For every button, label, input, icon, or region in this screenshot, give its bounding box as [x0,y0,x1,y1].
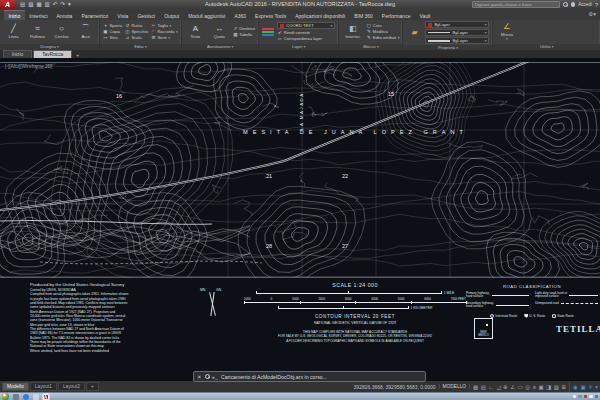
status-extra-icon[interactable]: ✛ [588,382,593,392]
mirror-button[interactable]: ◫Specchio [125,29,148,34]
quick-access-icon[interactable]: ▾ [68,0,71,9]
quick-access-icon[interactable]: ▤ [20,0,25,9]
copy-button[interactable]: ▣Copia [103,29,122,34]
layout-tab[interactable]: Layout1 [30,382,57,391]
layout-tab[interactable]: Layout2 [58,382,85,391]
search-icon[interactable] [563,2,568,7]
ribbon-tab[interactable]: Annota [52,11,77,20]
model-space-button[interactable]: MODELLO [439,384,470,389]
search-input[interactable] [472,1,560,8]
create-block-button[interactable]: ▢Crea [366,23,399,28]
layout-tab[interactable]: Modello [2,382,29,391]
quick-access-icon[interactable]: ↷ [60,0,65,9]
rotate-button[interactable]: ↺Ruota [125,23,148,28]
stretch-button[interactable]: ↦Stira [103,35,122,40]
trim-button[interactable]: ✂Taglia▾ [151,23,178,28]
move-button[interactable]: +Sposta [103,23,122,28]
taskbar-autocad-icon[interactable]: A [43,394,49,400]
command-line[interactable]: ✕ ▸_ Caricamento di AcModelDocObj.arx in… [193,371,426,382]
ribbon-tab[interactable]: BIM 360 [350,11,378,20]
status-toggle-icon[interactable]: ▣ [538,382,543,392]
status-toggle-icon[interactable]: ◎ [525,382,530,392]
tray-icon[interactable] [595,395,599,399]
status-toggle-icon[interactable]: ▦ [473,382,478,392]
status-extra-icon[interactable]: ◉ [573,382,578,392]
stretch-icon: ↦ [103,35,108,40]
layout-tab[interactable]: + [86,382,99,391]
scale-button[interactable]: ⊿Scala [125,35,148,40]
tray-icon[interactable] [589,395,593,399]
match-properties-button[interactable]: ▰ [406,28,422,38]
layer-properties-icon[interactable] [262,28,274,36]
quick-access-icon[interactable]: ▧ [28,0,33,9]
status-extra-icon[interactable]: ▣ [580,382,585,392]
command-search-icon[interactable] [205,374,210,379]
polyline-button[interactable]: ≈ Polilinea [27,24,48,39]
edit-attributes-button[interactable]: ✎Edita attributi▾ [366,35,399,40]
ribbon-tab[interactable]: Vista [113,11,133,20]
ribbon-tab[interactable]: Applicazioni disponibili [291,11,350,20]
measure-button[interactable]: ∠ Misura▾ [496,22,517,41]
ribbon-tab[interactable]: Vault [415,11,435,20]
taskbar-explorer-icon[interactable] [33,394,39,400]
quick-access-icon[interactable]: ▥ [45,0,50,9]
circle-button[interactable]: ○ Cerchio [51,24,72,39]
quick-access-icon[interactable]: ↶ [53,0,58,9]
layer-dropdown[interactable]: COORD TEXT ▾ [277,22,335,29]
ribbon-tab[interactable]: Express Tools [251,11,291,20]
taskbar-app-icon[interactable] [13,394,19,400]
ribbon-options-gear-icon[interactable]: ⚙▾ [588,11,596,18]
status-toggle-icon[interactable]: ⊕ [503,382,508,392]
quick-access-icon[interactable]: ▦ [36,0,41,9]
ribbon-tab[interactable]: A360 [230,11,251,20]
status-toggle-icon[interactable]: ≡ [533,382,536,392]
taskbar-browser-icon[interactable] [23,394,29,400]
tray-icon[interactable] [578,395,582,399]
ribbon-tab[interactable]: Parametrico [77,11,113,20]
status-extra-icon[interactable]: ▾ [595,382,598,392]
drawing-area[interactable]: [-][Alto][Wireframe 2D] MESITA DE JUANA … [0,58,600,381]
command-line-text[interactable]: Caricamento di AcModelDocObj.arx in cors… [221,374,327,380]
help-icon[interactable]: ? [595,2,598,8]
panel-blocco: ◧ Inserisci ▢Crea ✎Modifica ✎Edita attri… [339,20,403,50]
table-button[interactable]: ▦Tabella [233,32,256,37]
start-button[interactable] [2,393,9,400]
lineweight-dropdown[interactable]: ByLayer▾ [425,37,489,44]
ribbon-tab[interactable]: Inserisci [25,11,52,20]
file-tab-start[interactable]: Inizio [3,50,32,58]
array-button[interactable]: ⊞Serie▾ [151,35,178,40]
application-menu-button[interactable]: A [0,0,15,9]
topo-map-canvas[interactable]: MESITA DE JUANA LOPEZ GRANT LA MAJADA 16… [0,58,600,278]
status-toggle-icon[interactable]: ∟ [488,382,493,392]
status-toggle-icon[interactable]: ⊞ [562,382,567,392]
ribbon-tab[interactable]: Inizio [4,10,25,20]
ribbon-tab[interactable]: Moduli aggiuntivi [184,11,230,20]
insert-block-button[interactable]: ◧ Inserisci [342,24,363,39]
linetype-dropdown[interactable]: ByLayer▾ [425,29,489,36]
fillet-button[interactable]: ◜Raccorda▾ [151,29,178,34]
status-toggle-icon[interactable]: ▤ [481,382,486,392]
tray-shield-icon[interactable] [584,395,588,399]
status-toggle-icon[interactable]: ◿ [496,382,500,392]
ribbon-tab[interactable]: Performance [377,11,415,20]
status-toggle-icon[interactable]: ▭ [518,382,523,392]
color-dropdown[interactable]: ByLayer▾ [425,21,489,28]
file-tab-drawing[interactable]: TavRocca [33,50,72,58]
viewport-controls[interactable]: [-][Alto][Wireframe 2D] [5,64,52,69]
edit-block-button[interactable]: ✎Modifica [366,29,399,34]
make-current-button[interactable]: ✔Rendi corrente [277,30,335,35]
ribbon-tab[interactable]: Output [160,11,184,20]
line-button[interactable]: ╱ Linea [3,24,24,39]
close-icon[interactable]: ✕ [197,374,202,380]
sign-in-button[interactable]: Accedi [578,2,592,7]
status-toggle-icon[interactable]: ▧ [554,382,559,392]
status-toggle-icon[interactable]: ◨ [546,382,551,392]
leader-button[interactable]: ↗Direttrice [233,26,256,31]
status-toggle-icon[interactable]: ∠ [510,382,515,392]
arc-button[interactable]: ⌒ Arco [75,24,96,39]
match-layer-button[interactable]: ▱Corrispondenza layer [277,36,335,41]
text-button[interactable]: A Testo [185,24,206,39]
tray-icon[interactable] [573,395,577,399]
dimension-button[interactable]: ↔ Quota [209,24,230,39]
ribbon-tab[interactable]: Gestisci [133,11,160,20]
